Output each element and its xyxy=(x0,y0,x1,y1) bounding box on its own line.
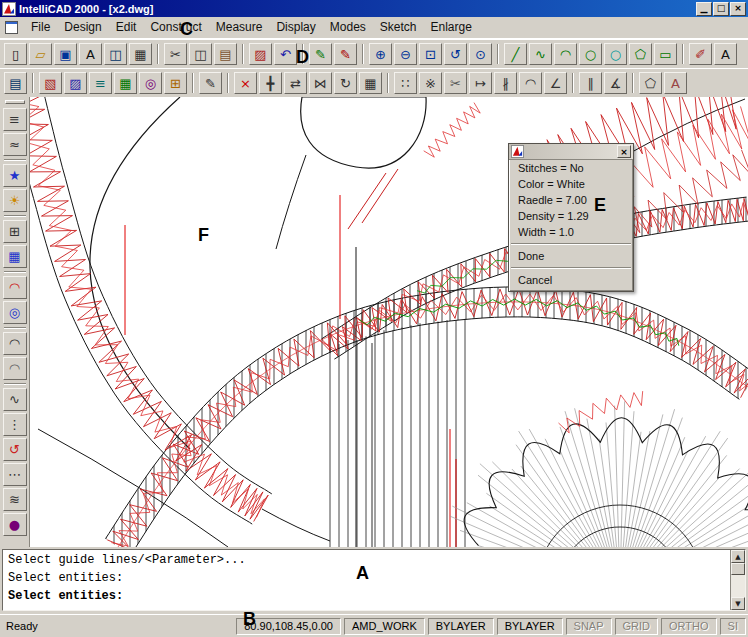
minimize-button[interactable]: ▁ xyxy=(696,2,712,16)
circle-tool-button[interactable]: ◎ xyxy=(3,301,27,324)
popup-info-item[interactable]: Density = 1.29 xyxy=(509,208,633,224)
snap-toggle[interactable]: SNAP xyxy=(566,618,612,635)
dot-run-button[interactable]: ⋯ xyxy=(3,463,27,486)
chamfer-button[interactable]: ∠ xyxy=(544,72,567,94)
doc-copy-button[interactable]: ◫ xyxy=(104,43,127,65)
close-button[interactable]: × xyxy=(730,2,746,16)
colors-button[interactable]: ▨ xyxy=(64,72,87,94)
slant-hatch-button[interactable]: ∿ xyxy=(3,388,27,411)
layers-button[interactable]: ≡ xyxy=(89,72,112,94)
star-tool-button[interactable]: ★ xyxy=(3,164,27,187)
menu-file[interactable]: File xyxy=(24,17,57,38)
mirror-button[interactable]: ⋈ xyxy=(309,72,332,94)
osnap-button[interactable]: ◎ xyxy=(139,72,162,94)
arch-small-button[interactable]: ◠ xyxy=(3,332,27,355)
menu-design[interactable]: Design xyxy=(57,17,108,38)
zigzag-stitch-button[interactable]: ≈ xyxy=(3,133,27,156)
spiral-button[interactable]: ↺ xyxy=(3,438,27,461)
ucs-button[interactable]: ⊞ xyxy=(164,72,187,94)
move-button[interactable]: ╋ xyxy=(259,72,282,94)
break-button[interactable]: ∦ xyxy=(494,72,517,94)
polyline-button[interactable]: ∿ xyxy=(529,43,552,65)
applique-arc-button[interactable]: ◠ xyxy=(3,276,27,299)
open-button[interactable]: ▱ xyxy=(29,43,52,65)
zoom-extents-button[interactable]: ⊙ xyxy=(469,43,492,65)
zoom-window-button[interactable]: ⊡ xyxy=(419,43,442,65)
rectangle-button[interactable]: ▭ xyxy=(654,43,677,65)
menu-edit[interactable]: Edit xyxy=(109,17,144,38)
node-edit-button[interactable]: ⋮ xyxy=(3,413,27,436)
brush-button[interactable]: ✐ xyxy=(689,43,712,65)
popup-info-item[interactable]: Raedle = 7.00 xyxy=(509,192,633,208)
trace-reject-button[interactable]: ✎ xyxy=(334,43,357,65)
maximize-button[interactable]: □ xyxy=(713,2,729,16)
rotate-button[interactable]: ↻ xyxy=(334,72,357,94)
scrollbar-track[interactable] xyxy=(731,563,745,597)
esnap-toggle[interactable]: SI xyxy=(720,618,746,635)
circle-button[interactable]: ○ xyxy=(579,43,602,65)
pen-edit-button[interactable]: ✎ xyxy=(199,72,222,94)
doc-text-button[interactable]: A xyxy=(79,43,102,65)
motif-fill-button[interactable]: ☀ xyxy=(3,189,27,212)
arch-medium-button[interactable]: ◠ xyxy=(3,357,27,380)
paste-button[interactable]: ▤ xyxy=(214,43,237,65)
menu-modes[interactable]: Modes xyxy=(323,17,373,38)
pan-button[interactable]: ⇄ xyxy=(284,72,307,94)
fillet-button[interactable]: ◠ xyxy=(519,72,542,94)
line-button[interactable]: ╱ xyxy=(504,43,527,65)
grid-button[interactable]: ▦ xyxy=(114,72,137,94)
text-button[interactable]: A xyxy=(714,43,737,65)
menu-enlarge[interactable]: Enlarge xyxy=(424,17,479,38)
color-dot-button[interactable]: ● xyxy=(3,513,27,536)
run-stitch-button[interactable]: ≡ xyxy=(3,108,27,131)
scroll-down-button[interactable]: ▼ xyxy=(731,597,745,610)
menu-display[interactable]: Display xyxy=(269,17,322,38)
undo-button[interactable]: ↶ xyxy=(274,43,297,65)
polygon-button[interactable]: ⬠ xyxy=(629,43,652,65)
popup-info-item[interactable]: Stitches = No xyxy=(509,160,633,176)
zoom-previous-button[interactable]: ↺ xyxy=(444,43,467,65)
scrollbar-thumb[interactable] xyxy=(731,563,745,575)
offset-button[interactable]: ∥ xyxy=(579,72,602,94)
scroll-up-button[interactable]: ▲ xyxy=(731,550,745,563)
popup-info-item[interactable]: Width = 1.0 xyxy=(509,224,633,240)
zoom-in-button[interactable]: ⊕ xyxy=(369,43,392,65)
copy-button[interactable]: ◫ xyxy=(189,43,212,65)
grid-toggle[interactable]: GRID xyxy=(615,618,659,635)
linetype-field[interactable]: BYLAYER xyxy=(497,618,563,635)
menu-measure[interactable]: Measure xyxy=(209,17,270,38)
save-button[interactable]: ▣ xyxy=(54,43,77,65)
explode-button[interactable]: ※ xyxy=(419,72,442,94)
extend-button[interactable]: ↦ xyxy=(469,72,492,94)
popup-done-item[interactable]: Done xyxy=(509,248,633,264)
zigzag-run-button[interactable]: ≋ xyxy=(3,488,27,511)
popup-cancel-item[interactable]: Cancel xyxy=(509,272,633,288)
drawing-canvas[interactable] xyxy=(30,97,748,547)
zoom-out-button[interactable]: ⊖ xyxy=(394,43,417,65)
node-join-button[interactable]: ∷ xyxy=(394,72,417,94)
new-button[interactable]: ▯ xyxy=(4,43,27,65)
popup-info-item[interactable]: Color = White xyxy=(509,176,633,192)
boundary-button[interactable]: ⬠ xyxy=(639,72,662,94)
color-field[interactable]: BYLAYER xyxy=(428,618,494,635)
arc-button[interactable]: ◠ xyxy=(554,43,577,65)
hatch-button[interactable]: ▧ xyxy=(39,72,62,94)
ortho-toggle[interactable]: ORTHO xyxy=(661,618,717,635)
annotate-button[interactable]: A xyxy=(664,72,687,94)
popup-close-button[interactable]: × xyxy=(617,145,631,158)
cut-button[interactable]: ✂ xyxy=(164,43,187,65)
menu-sketch[interactable]: Sketch xyxy=(373,17,424,38)
trim-button[interactable]: ✂ xyxy=(444,72,467,94)
document-icon[interactable] xyxy=(5,21,18,34)
delete-button[interactable]: × xyxy=(234,72,257,94)
grid-fill-button[interactable]: ⊞ xyxy=(3,220,27,243)
measure-button[interactable]: ∡ xyxy=(604,72,627,94)
print-button[interactable]: ▦ xyxy=(129,43,152,65)
toolbar-handle[interactable] xyxy=(5,100,25,104)
trace-accept-button[interactable]: ✎ xyxy=(309,43,332,65)
ellipse-button[interactable]: ○ xyxy=(604,43,627,65)
pattern-fill-button[interactable]: ▦ xyxy=(3,245,27,268)
array-button[interactable]: ▦ xyxy=(359,72,382,94)
menu-construct[interactable]: Construct xyxy=(143,17,208,38)
properties-button[interactable]: ▤ xyxy=(4,72,27,94)
